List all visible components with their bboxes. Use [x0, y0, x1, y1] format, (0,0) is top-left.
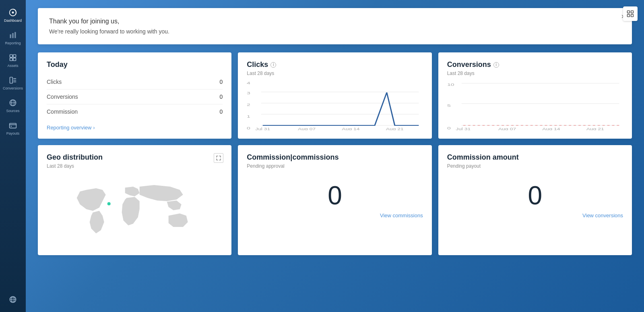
- reporting-overview-arrow: ›: [93, 125, 95, 131]
- today-conversions-row: Conversions 0: [47, 89, 223, 104]
- svg-text:Aug 07: Aug 07: [298, 127, 316, 130]
- svg-rect-8: [13, 58, 16, 61]
- today-card-title: Today: [47, 60, 223, 69]
- svg-text:3: 3: [247, 91, 250, 95]
- svg-point-43: [107, 202, 111, 205]
- payouts-icon: [8, 121, 17, 130]
- world-map: [47, 175, 223, 247]
- svg-text:1: 1: [247, 114, 250, 119]
- reporting-overview-link[interactable]: Reporting overview ›: [47, 125, 223, 131]
- sources-icon: [8, 98, 17, 107]
- sidebar-item-payouts-label: Payouts: [6, 131, 20, 135]
- conversions-subtitle: Last 28 days: [447, 71, 623, 76]
- today-clicks-value: 0: [220, 79, 223, 85]
- svg-rect-44: [627, 11, 630, 13]
- today-conversions-value: 0: [220, 94, 223, 100]
- welcome-subtitle: We're really looking forward to working …: [49, 28, 621, 35]
- globe-icon: [8, 295, 17, 304]
- today-commission-label: Commission: [47, 108, 78, 115]
- svg-text:10: 10: [447, 82, 454, 87]
- sidebar-item-payouts[interactable]: Payouts: [0, 117, 26, 139]
- conversions-chart: 0 5 10 Jul 31 Aug 07 Aug 14 Aug 21: [447, 82, 623, 130]
- clicks-info-icon[interactable]: i: [270, 62, 276, 68]
- commission-commissions-value: 0: [247, 175, 423, 212]
- view-commissions-link[interactable]: View commissions: [247, 212, 423, 218]
- conversions-info-icon[interactable]: i: [493, 62, 499, 68]
- main-content: × Thank you for joining us, We're really…: [26, 0, 644, 312]
- commission-amount-subtitle: Pending payout: [447, 163, 623, 169]
- clicks-chart: 0 1 2 3 4 Jul 31 Aug 07 Aug 14 A: [247, 82, 423, 130]
- svg-text:0: 0: [447, 126, 451, 130]
- top-bar-user-icon[interactable]: [623, 6, 638, 21]
- svg-rect-45: [631, 11, 634, 13]
- clicks-title-text: Clicks: [247, 60, 268, 69]
- svg-text:Jul 31: Jul 31: [256, 127, 270, 130]
- svg-rect-6: [13, 55, 16, 58]
- svg-text:Aug 21: Aug 21: [586, 127, 604, 130]
- svg-rect-9: [10, 77, 13, 83]
- sidebar-item-globe[interactable]: [8, 291, 17, 308]
- sidebar-item-reporting[interactable]: Reporting: [0, 27, 26, 49]
- commission-amount-value: 0: [447, 175, 623, 212]
- commission-amount-title: Commission amount: [447, 153, 623, 162]
- commission-commissions-subtitle: Pending approval: [247, 163, 423, 169]
- sidebar-item-assets-label: Assets: [7, 64, 18, 68]
- sidebar-item-reporting-label: Reporting: [5, 41, 21, 45]
- svg-text:0: 0: [247, 126, 250, 130]
- svg-rect-2: [10, 34, 11, 38]
- svg-rect-4: [14, 32, 16, 38]
- commission-commissions-title: Commission|commissions: [247, 153, 423, 162]
- svg-text:Aug 07: Aug 07: [498, 127, 516, 130]
- assets-icon: [8, 53, 17, 62]
- svg-text:5: 5: [447, 104, 451, 108]
- svg-text:Aug 14: Aug 14: [342, 127, 360, 130]
- sidebar: Dashboard Reporting Assets Conversions S…: [0, 0, 26, 312]
- top-cards-row: Today Clicks 0 Conversions 0 Commission …: [38, 52, 632, 139]
- svg-text:4: 4: [247, 82, 250, 85]
- svg-rect-5: [10, 55, 13, 58]
- svg-text:Jul 31: Jul 31: [456, 127, 471, 130]
- svg-point-1: [12, 12, 14, 14]
- svg-text:2: 2: [247, 102, 250, 107]
- today-commission-value: 0: [220, 108, 223, 115]
- geo-card: Geo distribution Last 28 days: [38, 145, 231, 255]
- sidebar-bottom: [8, 291, 17, 308]
- conversions-icon: [8, 76, 17, 85]
- svg-rect-13: [10, 123, 17, 128]
- geo-subtitle: Last 28 days: [47, 163, 223, 169]
- welcome-title: Thank you for joining us,: [49, 18, 621, 25]
- svg-rect-47: [631, 15, 634, 17]
- clicks-subtitle: Last 28 days: [247, 71, 423, 76]
- svg-rect-46: [627, 15, 630, 17]
- clicks-card: Clicks i Last 28 days 0 1 2 3 4: [238, 52, 431, 139]
- sidebar-item-sources[interactable]: Sources: [0, 94, 26, 117]
- welcome-modal: × Thank you for joining us, We're really…: [38, 8, 632, 44]
- svg-rect-7: [10, 58, 13, 61]
- dashboard-icon: [8, 8, 17, 17]
- svg-text:Aug 21: Aug 21: [386, 127, 404, 130]
- conversions-card: Conversions i Last 28 days 0 5 10 J: [438, 52, 632, 139]
- svg-text:Aug 14: Aug 14: [542, 127, 560, 130]
- svg-rect-3: [12, 33, 13, 38]
- commission-commissions-card: Commission|commissions Pending approval …: [238, 145, 431, 255]
- view-conversions-link[interactable]: View conversions: [447, 212, 623, 218]
- sidebar-item-assets[interactable]: Assets: [0, 49, 26, 72]
- conversions-card-title: Conversions i: [447, 60, 623, 69]
- sidebar-item-conversions-label: Conversions: [3, 86, 23, 90]
- sidebar-item-conversions[interactable]: Conversions: [0, 72, 26, 94]
- sidebar-item-dashboard[interactable]: Dashboard: [0, 4, 26, 27]
- reporting-overview-label: Reporting overview: [47, 125, 91, 131]
- sidebar-item-sources-label: Sources: [6, 109, 19, 113]
- today-card: Today Clicks 0 Conversions 0 Commission …: [38, 52, 231, 139]
- geo-expand-icon[interactable]: [214, 153, 223, 163]
- commission-amount-card: Commission amount Pending payout 0 View …: [438, 145, 632, 255]
- today-conversions-label: Conversions: [47, 94, 78, 100]
- reporting-icon: [8, 31, 17, 40]
- today-clicks-row: Clicks 0: [47, 75, 223, 89]
- sidebar-item-dashboard-label: Dashboard: [4, 19, 22, 23]
- geo-card-title: Geo distribution: [47, 153, 223, 162]
- svg-point-14: [11, 126, 12, 127]
- bottom-cards-row: Geo distribution Last 28 days: [38, 145, 632, 255]
- conversions-title-text: Conversions: [447, 60, 491, 69]
- today-commission-row: Commission 0: [47, 104, 223, 119]
